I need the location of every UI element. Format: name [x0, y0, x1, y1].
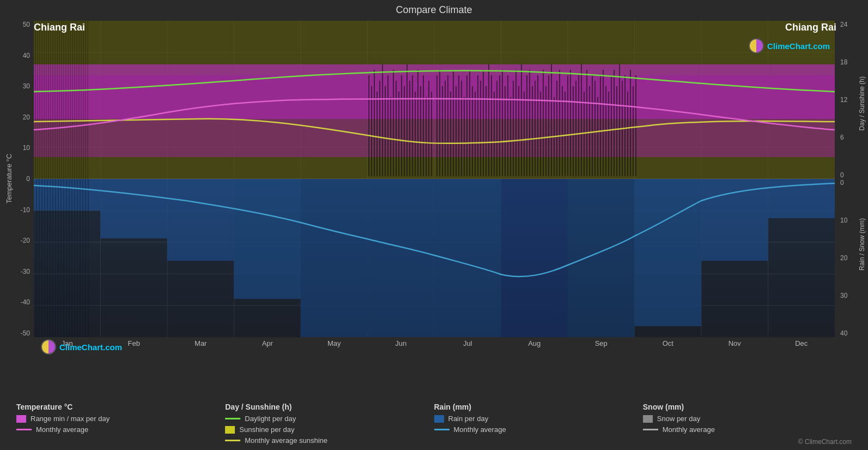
- left-axis-30: 30: [23, 82, 30, 90]
- legend-section-rain: Rain (mm) Rain per day Monthly average: [434, 403, 643, 445]
- month-aug: Aug: [501, 339, 568, 347]
- month-jul: Jul: [434, 339, 501, 347]
- right-axis-bottom-label: Rain / Snow (mm): [858, 218, 866, 271]
- month-may: May: [301, 339, 368, 347]
- legend-item-sunshine-avg: Monthly average sunshine: [225, 436, 428, 445]
- left-axis-40: 40: [23, 52, 30, 59]
- logo-text-bottom: ClimeChart.com: [59, 343, 122, 352]
- legend-item-temp-range: Range min / max per day: [16, 415, 220, 423]
- legend-item-snow-avg: Monthly average: [643, 425, 846, 434]
- legend-title-rain: Rain (mm): [434, 403, 638, 411]
- legend-title-temp: Temperature °C: [16, 403, 220, 411]
- left-axis-0: 0: [26, 175, 30, 183]
- left-axis-20: 20: [23, 113, 30, 121]
- left-axis-m20: -20: [21, 237, 30, 244]
- legend-section-temperature: Temperature °C Range min / max per day M…: [16, 403, 225, 445]
- legend-title-sunshine: Day / Sunshine (h): [225, 403, 428, 411]
- legend-item-rain-day: Rain per day: [434, 415, 638, 423]
- month-mar: Mar: [167, 339, 234, 347]
- monthly-average-rain-label: Monthly average: [454, 425, 506, 434]
- month-nov: Nov: [701, 339, 768, 347]
- logo-icon-bottom: [41, 339, 56, 355]
- left-axis-10: 10: [23, 144, 30, 152]
- left-axis-m10: -10: [21, 206, 30, 214]
- right-axis-bot-40: 40: [840, 329, 847, 337]
- month-dec: Dec: [768, 339, 835, 347]
- left-axis-m50: -50: [21, 329, 30, 337]
- legend-section-sunshine: Day / Sunshine (h) Daylight per day Suns…: [225, 403, 434, 445]
- month-apr: Apr: [234, 339, 301, 347]
- month-jun: Jun: [368, 339, 435, 347]
- right-axis-top-0: 0: [840, 171, 844, 179]
- copyright: © ClimeChart.com: [798, 438, 852, 446]
- legend-item-snow-day: Snow per day: [643, 415, 846, 423]
- city-label-right: Chiang Rai: [785, 22, 836, 33]
- right-axis-top-12: 12: [840, 96, 847, 104]
- month-sep: Sep: [568, 339, 635, 347]
- legend-item-temp-avg: Monthly average: [16, 425, 220, 434]
- main-chart: [34, 21, 835, 337]
- legend-item-sunshine-swatch: Sunshine per day: [225, 425, 428, 434]
- month-oct: Oct: [635, 339, 702, 347]
- legend: Temperature °C Range min / max per day M…: [0, 398, 868, 445]
- monthly-average-temp-label: Monthly average: [36, 425, 88, 434]
- legend-item-daylight: Daylight per day: [225, 415, 428, 423]
- logo-top-right: ClimeChart.com: [749, 38, 830, 53]
- left-axis-m30: -30: [21, 268, 30, 275]
- left-axis-label: Temperature °C: [5, 154, 13, 203]
- left-axis-m40: -40: [21, 298, 30, 306]
- city-label-left: Chiang Rai: [34, 22, 85, 33]
- right-axis-top-18: 18: [840, 58, 847, 66]
- logo-bottom-left: ClimeChart.com: [41, 339, 122, 355]
- legend-title-snow: Snow (mm): [643, 403, 846, 411]
- left-axis-50: 50: [23, 21, 30, 28]
- right-axis-top-24: 24: [840, 21, 847, 28]
- right-axis-top-label: Day / Sunshine (h): [858, 76, 866, 130]
- logo-text-top: ClimeChart.com: [767, 41, 830, 51]
- svg-rect-35: [34, 179, 835, 337]
- right-axis-bot-20: 20: [840, 254, 847, 262]
- logo-icon-top: [749, 38, 764, 53]
- right-axis-bot-0: 0: [840, 179, 844, 187]
- right-axis-bot-10: 10: [840, 217, 847, 224]
- monthly-average-snow-label: Monthly average: [663, 425, 715, 434]
- page-title: Compare Climate: [0, 0, 868, 18]
- right-axis-top-6: 6: [840, 134, 844, 141]
- legend-item-rain-avg: Monthly average: [434, 425, 638, 434]
- right-axis-bot-30: 30: [840, 292, 847, 299]
